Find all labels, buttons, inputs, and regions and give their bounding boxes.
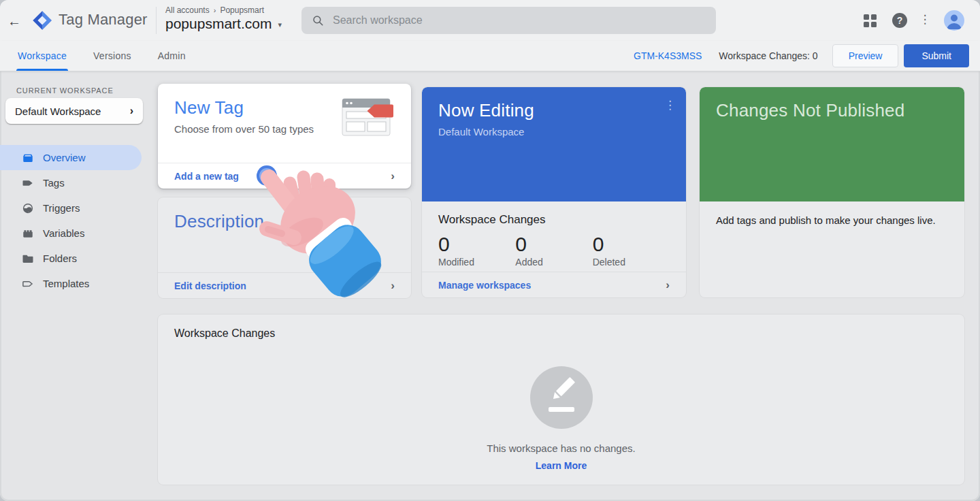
breadcrumb: All accounts › Popupsmart popupsmart.com…	[165, 5, 282, 32]
pencil-icon	[530, 366, 593, 429]
sidebar-item-tags[interactable]: Tags	[0, 170, 142, 195]
chevron-right-icon: ›	[391, 169, 395, 183]
now-editing-body: Workspace Changes 0 Modified 0 Added 0 D…	[422, 201, 686, 268]
workspace-changes-card: Workspace Changes This workspace has no …	[158, 314, 964, 485]
stat-added: 0 Added	[515, 233, 592, 268]
card-menu-icon[interactable]: ⋮	[664, 98, 676, 112]
sidebar-item-label: Variables	[43, 227, 84, 239]
description-card: Description Edit description ›	[158, 197, 411, 298]
trigger-icon	[22, 202, 34, 214]
sidebar-nav: Overview Tags Triggers Variables	[0, 145, 142, 296]
breadcrumb-all-accounts[interactable]: All accounts	[165, 5, 210, 15]
changes-not-published-card: Changes Not Published Add tags and publi…	[700, 87, 964, 297]
new-tag-illustration	[342, 98, 396, 140]
tab-workspace[interactable]: Workspace	[16, 41, 68, 71]
workspace-selector-name: Default Workspace	[15, 106, 101, 117]
workspace-changes-title: Workspace Changes	[174, 327, 275, 340]
overflow-menu-icon[interactable]: ⋮	[919, 12, 931, 29]
search-input[interactable]	[333, 14, 706, 27]
user-avatar[interactable]	[944, 10, 964, 31]
stat-deleted: 0 Deleted	[593, 233, 670, 268]
container-selector[interactable]: popupsmart.com ▾	[165, 16, 282, 32]
help-icon[interactable]: ?	[892, 13, 907, 28]
variables-icon	[22, 227, 34, 240]
overview-icon	[22, 152, 34, 164]
tab-versions[interactable]: Versions	[92, 41, 133, 71]
edit-pencil-badge	[530, 366, 593, 429]
edit-description-row[interactable]: Edit description ›	[158, 272, 411, 298]
description-title: Description	[174, 211, 395, 232]
sidebar-item-overview[interactable]: Overview	[0, 145, 142, 170]
add-new-tag-row[interactable]: Add a new tag ›	[158, 163, 411, 189]
tab-admin[interactable]: Admin	[157, 41, 187, 71]
chevron-right-icon: ›	[666, 278, 670, 292]
sidebar-item-label: Tags	[43, 177, 65, 189]
chevron-right-icon: ›	[130, 105, 133, 117]
now-editing-workspace: Default Workspace	[438, 126, 670, 138]
current-workspace-label: CURRENT WORKSPACE	[16, 86, 114, 95]
stat-label: Deleted	[593, 257, 670, 268]
app-title: Tag Manager	[59, 11, 148, 29]
changes-not-published-text: Add tags and publish to make your change…	[700, 201, 964, 239]
workspace-search	[301, 7, 716, 34]
now-editing-header: Now Editing Default Workspace ⋮	[422, 87, 686, 201]
sidebar-item-label: Folders	[43, 253, 77, 264]
chevron-right-icon: ›	[391, 279, 395, 293]
top-bar: ← Tag Manager All accounts › Popupsmart …	[0, 0, 980, 41]
changes-not-published-header: Changes Not Published	[700, 87, 964, 201]
add-new-tag-link[interactable]: Add a new tag	[174, 171, 239, 182]
sidebar-item-label: Templates	[43, 278, 89, 289]
sidebar-item-variables[interactable]: Variables	[0, 221, 142, 246]
stat-value: 0	[593, 233, 670, 256]
stat-modified: 0 Modified	[438, 233, 515, 268]
preview-button[interactable]: Preview	[832, 44, 899, 67]
search-icon	[312, 14, 324, 27]
workspace-changes-heading: Workspace Changes	[438, 213, 670, 227]
changes-not-published-title: Changes Not Published	[716, 100, 948, 121]
manage-workspaces-row[interactable]: Manage workspaces ›	[422, 272, 686, 297]
workspace-changes-count: Workspace Changes: 0	[719, 50, 817, 61]
new-tag-card: New Tag Choose from over 50 tag types Ad…	[158, 84, 411, 189]
tag-icon	[22, 177, 34, 189]
submit-button[interactable]: Submit	[904, 44, 969, 67]
stat-value: 0	[515, 233, 592, 256]
now-editing-title: Now Editing	[438, 100, 670, 121]
template-icon	[22, 278, 34, 290]
stat-label: Modified	[438, 257, 515, 268]
manage-workspaces-link[interactable]: Manage workspaces	[438, 280, 531, 291]
stat-value: 0	[438, 233, 515, 256]
folder-icon	[22, 253, 34, 265]
stat-label: Added	[515, 257, 592, 268]
tab-bar: Workspace Versions Admin GTM-K4S3MSS Wor…	[0, 41, 980, 71]
now-editing-card: Now Editing Default Workspace ⋮ Workspac…	[422, 87, 686, 297]
learn-more-link[interactable]: Learn More	[536, 460, 587, 471]
container-name: popupsmart.com	[165, 16, 272, 32]
sidebar-item-folders[interactable]: Folders	[0, 246, 142, 271]
sidebar-item-templates[interactable]: Templates	[0, 271, 142, 296]
sidebar-item-label: Triggers	[43, 202, 80, 214]
breadcrumb-account[interactable]: Popupsmart	[220, 5, 264, 15]
back-arrow-icon[interactable]: ←	[4, 11, 24, 31]
edit-description-link[interactable]: Edit description	[174, 280, 246, 291]
tag-manager-logo-icon	[32, 10, 52, 31]
workspace-selector[interactable]: Default Workspace ›	[5, 98, 143, 124]
app-window: ← Tag Manager All accounts › Popupsmart …	[0, 0, 980, 501]
person-icon	[944, 10, 964, 31]
container-id-link[interactable]: GTM-K4S3MSS	[634, 50, 702, 61]
apps-grid-icon[interactable]	[864, 14, 877, 27]
caret-down-icon: ▾	[278, 18, 282, 29]
header-divider	[156, 7, 157, 34]
no-changes-text: This workspace has no changes.	[487, 442, 635, 454]
sidebar-item-triggers[interactable]: Triggers	[0, 195, 142, 221]
sidebar-item-label: Overview	[43, 152, 86, 163]
breadcrumb-chevron-icon: ›	[214, 6, 216, 14]
